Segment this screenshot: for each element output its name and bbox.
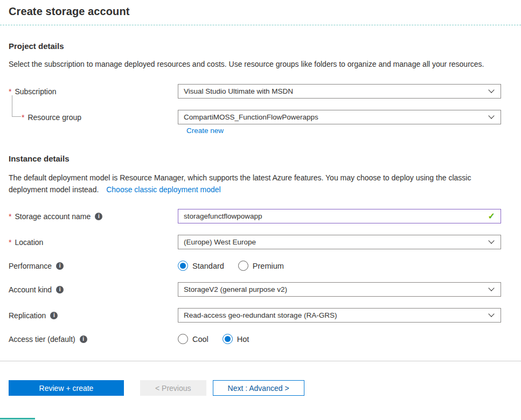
required-marker: * (9, 212, 11, 221)
subscription-row: * Subscription Visual Studio Ultimate wi… (9, 84, 512, 99)
required-marker: * (9, 87, 11, 96)
subscription-selected-value: Visual Studio Ultimate with MSDN (184, 87, 293, 95)
page-title: Create storage account (9, 5, 512, 18)
create-new-row: Create new (186, 127, 512, 135)
replication-selected-value: Read-access geo-redundant storage (RA-GR… (184, 311, 337, 319)
account-kind-row: Account kind i StorageV2 (general purpos… (9, 282, 512, 297)
info-icon[interactable]: i (56, 286, 64, 293)
bottom-accent-bar (0, 418, 35, 419)
wizard-footer: Review + create < Previous Next : Advanc… (0, 361, 521, 396)
instance-details-heading: Instance details (9, 154, 512, 163)
location-dropdown[interactable]: (Europe) West Europe (178, 235, 501, 249)
resource-group-row: * Resource group CompartiMOSS_FunctionFl… (9, 110, 512, 124)
location-field: (Europe) West Europe (178, 235, 501, 249)
create-storage-account-page: Create storage account Project details S… (0, 0, 521, 396)
performance-label: Performance i (9, 262, 178, 270)
resource-group-dropdown[interactable]: CompartiMOSS_FunctionFlowPowerapps (178, 110, 501, 124)
radio-option-label: Hot (237, 335, 249, 344)
access-tier-option-hot[interactable]: Hot (223, 334, 249, 344)
replication-label: Replication i (9, 311, 178, 320)
radio-button-icon (178, 261, 188, 271)
replication-label-text: Replication (9, 311, 46, 320)
chevron-down-icon (488, 113, 494, 118)
project-details-heading: Project details (9, 41, 512, 51)
previous-button: < Previous (140, 380, 206, 396)
replication-row: Replication i Read-access geo-redundant … (9, 308, 512, 323)
storage-account-name-input[interactable] (184, 212, 488, 220)
info-icon[interactable]: i (50, 312, 58, 319)
location-label-text: Location (15, 238, 43, 247)
resource-group-label: * Resource group (9, 113, 178, 122)
project-details-description: Select the subscription to manage deploy… (9, 58, 503, 70)
radio-option-label: Premium (253, 262, 284, 270)
replication-dropdown[interactable]: Read-access geo-redundant storage (RA-GR… (178, 308, 501, 323)
chevron-down-icon (488, 237, 494, 243)
storage-account-name-label-text: Storage account name (15, 212, 91, 221)
storage-account-name-input-wrap: ✓ (178, 209, 501, 223)
create-new-link[interactable]: Create new (186, 127, 224, 135)
performance-row: Performance i Standard Premium (9, 261, 512, 271)
resource-group-tree-connector (12, 95, 21, 117)
access-tier-label: Access tier (default) i (9, 335, 178, 344)
performance-option-standard[interactable]: Standard (178, 261, 224, 271)
valid-check-icon: ✓ (488, 211, 495, 221)
access-tier-radio-group: Cool Hot (178, 334, 501, 344)
access-tier-field: Cool Hot (178, 334, 501, 344)
storage-account-name-row: * Storage account name i ✓ (9, 209, 512, 223)
instance-details-description-text: The default deployment model is Resource… (9, 173, 471, 194)
performance-field: Standard Premium (178, 261, 501, 271)
instance-details-section: Instance details The default deployment … (0, 154, 521, 344)
subscription-label: * Subscription (9, 87, 178, 96)
resource-group-field: CompartiMOSS_FunctionFlowPowerapps (178, 110, 501, 124)
storage-account-name-label: * Storage account name i (9, 212, 178, 221)
access-tier-label-text: Access tier (default) (9, 335, 75, 344)
location-row: * Location (Europe) West Europe (9, 235, 512, 249)
chevron-down-icon (488, 285, 494, 291)
performance-option-premium[interactable]: Premium (238, 261, 284, 271)
info-icon[interactable]: i (80, 335, 87, 343)
info-icon[interactable]: i (56, 262, 64, 270)
page-header: Create storage account (0, 0, 521, 18)
subscription-dropdown[interactable]: Visual Studio Ultimate with MSDN (178, 84, 501, 99)
access-tier-option-cool[interactable]: Cool (178, 334, 209, 344)
required-marker: * (9, 238, 11, 247)
radio-button-icon (238, 261, 248, 271)
subscription-label-text: Subscription (15, 87, 56, 96)
replication-field: Read-access geo-redundant storage (RA-GR… (178, 308, 501, 323)
radio-option-label: Standard (192, 262, 224, 270)
chevron-down-icon (488, 311, 494, 317)
radio-option-label: Cool (192, 335, 209, 344)
next-advanced-button[interactable]: Next : Advanced > (213, 380, 304, 396)
project-details-rows: * Subscription Visual Studio Ultimate wi… (9, 84, 512, 135)
location-selected-value: (Europe) West Europe (184, 238, 256, 246)
radio-button-icon (223, 334, 233, 344)
instance-details-rows: * Storage account name i ✓ * Location (9, 209, 512, 344)
radio-button-icon (178, 334, 188, 344)
classic-deployment-link[interactable]: Choose classic deployment model (106, 185, 220, 194)
storage-account-name-field: ✓ (178, 209, 501, 223)
access-tier-row: Access tier (default) i Cool Hot (9, 334, 512, 344)
account-kind-selected-value: StorageV2 (general purpose v2) (184, 285, 287, 293)
account-kind-dropdown[interactable]: StorageV2 (general purpose v2) (178, 282, 501, 297)
review-create-button[interactable]: Review + create (9, 380, 124, 396)
subscription-field: Visual Studio Ultimate with MSDN (178, 84, 501, 99)
account-kind-field: StorageV2 (general purpose v2) (178, 282, 501, 297)
resource-group-selected-value: CompartiMOSS_FunctionFlowPowerapps (184, 113, 318, 121)
header-dashed-divider (0, 25, 521, 25)
instance-details-description: The default deployment model is Resource… (9, 172, 503, 195)
resource-group-label-text: Resource group (27, 113, 81, 122)
account-kind-label-text: Account kind (9, 285, 52, 294)
location-label: * Location (9, 238, 178, 247)
chevron-down-icon (488, 87, 494, 93)
project-details-section: Project details Select the subscription … (0, 41, 521, 135)
performance-label-text: Performance (9, 262, 52, 270)
info-icon[interactable]: i (95, 213, 102, 220)
performance-radio-group: Standard Premium (178, 261, 501, 271)
account-kind-label: Account kind i (9, 285, 178, 294)
required-marker: * (22, 113, 24, 122)
